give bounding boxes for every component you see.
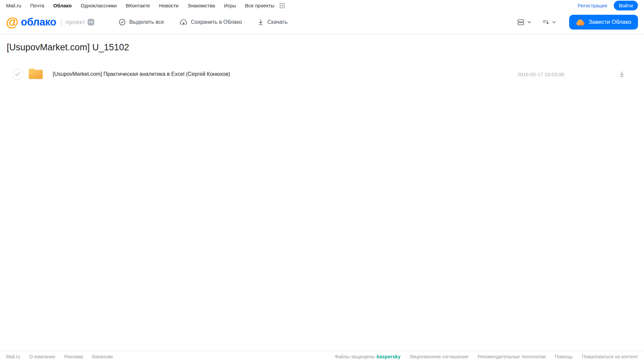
footer-link-license[interactable]: Лицензионное соглашение [410,354,468,359]
list-view-icon [517,18,525,26]
get-cloud-label: Завести Облако [589,19,631,25]
footer-right: Файлы защищены kaspersky Лицензионное со… [335,354,638,359]
portal-link-novosti[interactable]: Новости [159,3,179,8]
cloud-logo-text: облако [21,16,56,28]
cloud-header: @ облако | проект VK Выделить все Сохран… [0,11,644,33]
mailru-at-icon: @ [6,16,18,29]
select-all-button[interactable]: Выделить все [118,18,164,26]
folder-icon[interactable] [28,67,44,82]
download-button[interactable]: Скачать [257,18,288,26]
main-content: [UsupovMarket.com] U_15102 [Usu [0,42,644,84]
portal-auth-area: Регистрация Войти [578,1,638,10]
download-label: Скачать [267,19,288,25]
chevron-down-icon [527,20,532,24]
logo-divider: | [60,18,62,27]
apps-grid-icon[interactable] [280,3,285,8]
footer-link-jobs[interactable]: Вакансии [92,354,113,359]
kaspersky-logo[interactable]: kaspersky [377,354,400,359]
file-row[interactable]: [UsupovMarket.com] Практическая аналитик… [7,65,637,84]
portal-link-igry[interactable]: Игры [224,3,236,8]
portal-link-pochta[interactable]: Почта [30,3,44,8]
sort-dropdown[interactable] [542,18,556,26]
portal-link-odnoklassniki[interactable]: Одноклассники [81,3,117,8]
footer-link-mailru[interactable]: Mail.ru [6,354,20,359]
chevron-down-icon [552,20,556,24]
orange-cloud-icon [576,19,585,26]
portal-link-vkontakte[interactable]: ВКонтакте [126,3,150,8]
file-toolbar: Выделить все Сохранить в Облако Скачать [118,18,288,26]
project-label: проект [65,19,85,26]
footer-link-help[interactable]: Помощь [555,354,573,359]
portal-link-all-projects[interactable]: Все проекты [245,3,275,8]
header-right-controls: Завести Облако [517,15,638,30]
login-button[interactable]: Войти [614,1,638,10]
registration-link[interactable]: Регистрация [578,3,607,8]
cloud-upload-icon [180,18,188,26]
portal-link-oblako[interactable]: Облако [53,3,72,8]
row-download-icon[interactable] [618,70,625,78]
footer: Mail.ru О компании Реклама Вакансии Файл… [0,351,644,362]
portal-link-mailru[interactable]: Mail.ru [6,3,21,8]
sort-icon [542,18,550,26]
page-title: [UsupovMarket.com] U_15102 [7,42,637,53]
select-all-label: Выделить все [129,19,164,25]
save-to-cloud-button[interactable]: Сохранить в Облако [180,18,242,26]
save-to-cloud-label: Сохранить в Облако [191,19,242,25]
footer-link-ads[interactable]: Реклама [64,354,83,359]
footer-link-recommendations[interactable]: Рекомендательные технологии [478,354,546,359]
row-checkbox[interactable] [12,69,23,80]
portal-link-znakomstva[interactable]: Знакомства [188,3,215,8]
file-date: 2016-02-17 10:03:00 [517,71,564,77]
cloud-logo[interactable]: @ облако [6,16,56,29]
view-mode-dropdown[interactable] [517,18,532,26]
footer-link-about[interactable]: О компании [29,354,55,359]
check-circle-icon [118,18,126,26]
download-icon [257,18,264,26]
protected-text: Файлы защищены [335,354,375,359]
file-name-link[interactable]: [UsupovMarket.com] Практическая аналитик… [53,71,517,77]
get-cloud-button[interactable]: Завести Облако [569,15,638,30]
portal-navbar: Mail.ru Почта Облако Одноклассники ВКонт… [0,0,644,11]
check-icon [15,72,20,76]
footer-link-report[interactable]: Пожаловаться на контент [582,354,638,359]
vk-logo-icon: VK [88,19,94,25]
kaspersky-protection: Файлы защищены kaspersky [335,354,400,359]
